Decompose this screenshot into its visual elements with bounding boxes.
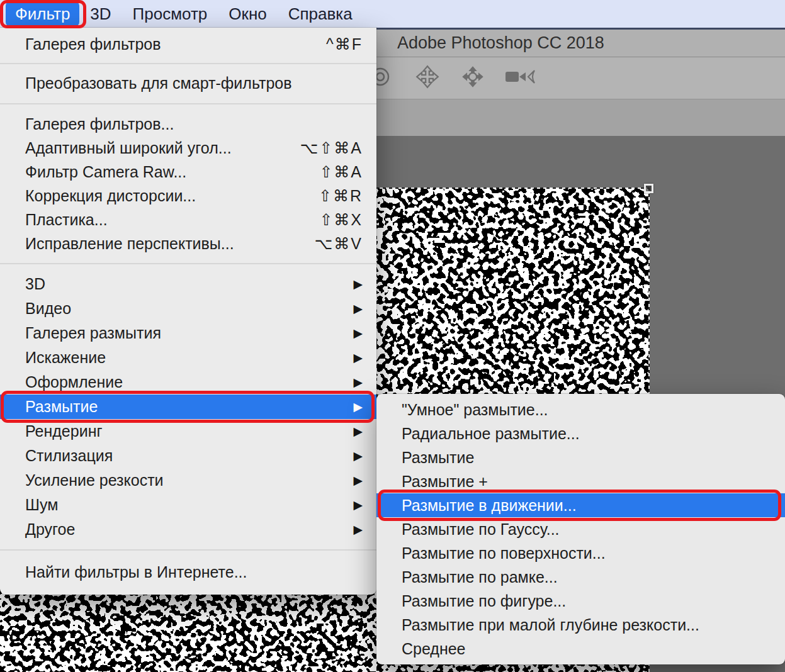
menubar-item-view[interactable]: Просмотр [122,0,218,28]
menubar-item-window[interactable]: Окно [218,0,277,28]
menu-item-shortcut: ⌥⌘V [315,235,363,253]
menu-item-label: Адаптивный широкий угол... [25,139,232,157]
submenu-item-gaussian-blur[interactable]: Размытие по Гауссу... [376,517,785,541]
submenu-item-label: Размытие при малой глубине резкости... [402,616,699,634]
menu-item-label: Пластика... [25,211,108,229]
menu-item-other[interactable]: Другое ▶ [0,517,376,542]
submenu-arrow-icon: ▶ [353,449,363,463]
submenu-item-smart-blur[interactable]: "Умное" размытие... [376,398,785,422]
menu-item-label: Найти фильтры в Интернете... [25,563,247,581]
selection-marching-ants-top [376,188,650,189]
submenu-arrow-icon: ▶ [353,522,363,537]
menu-item-label: Исправление перспективы... [25,235,234,253]
window-title-bar: Adobe Photoshop CC 2018 [376,28,785,57]
menu-item-distort[interactable]: Искажение ▶ [0,345,376,370]
menu-item-label: Видео [25,300,71,318]
menu-item-shortcut: ⇧⌘R [319,187,363,205]
menu-item-convert-smart-filters[interactable]: Преобразовать для смарт-фильтров [0,70,376,96]
submenu-item-shape-blur[interactable]: Размытие по фигуре... [376,589,785,613]
selection-corner-handle[interactable] [644,184,653,193]
menu-item-label: Оформление [25,373,123,391]
submenu-item-average[interactable]: Среднее [376,637,785,661]
submenu-arrow-icon: ▶ [353,375,363,389]
submenu-item-label: Размытие [402,449,474,467]
menu-item-sharpen[interactable]: Усиление резкости ▶ [0,468,376,493]
submenu-arrow-icon: ▶ [353,301,363,316]
menu-item-noise[interactable]: Шум ▶ [0,493,376,517]
menu-item-shortcut: ⌥⇧⌘A [300,139,363,157]
menu-item-label: Искажение [25,349,106,367]
menubar-item-filter[interactable]: Фильтр [6,1,79,26]
menu-item-shortcut: ⇧⌘X [319,211,363,229]
submenu-item-blur[interactable]: Размытие [376,445,785,469]
submenu-arrow-icon: ▶ [353,424,363,439]
menu-item-liquify[interactable]: Пластика... ⇧⌘X [0,208,376,232]
menu-item-stylize[interactable]: Стилизация ▶ [0,444,376,468]
submenu-item-label: Радиальное размытие... [402,425,580,443]
menu-item-label: Коррекция дисторсии... [25,187,196,205]
menu-item-label: Галерея фильтров [25,35,161,53]
blur-submenu: "Умное" размытие... Радиальное размытие.… [376,394,785,664]
menubar-item-help[interactable]: Справка [278,0,363,28]
menu-item-label: Другое [25,520,75,539]
menu-separator [0,63,376,64]
menu-item-lens-correction[interactable]: Коррекция дисторсии... ⇧⌘R [0,184,376,208]
submenu-arrow-icon: ▶ [353,400,363,414]
menu-item-vanishing-point[interactable]: Исправление перспективы... ⌥⌘V [0,232,376,255]
menu-item-label: Стилизация [25,447,113,465]
submenu-item-label: Размытие + [402,473,488,491]
window-title: Adobe Photoshop CC 2018 [376,33,604,53]
submenu-item-box-blur[interactable]: Размытие по рамке... [376,565,785,589]
menu-item-label: Галерея размытия [25,324,161,342]
menu-item-render[interactable]: Рендеринг ▶ [0,419,376,444]
menu-bar: Фильтр 3D Просмотр Окно Справка [0,0,785,28]
document-tab-bar [376,99,785,136]
submenu-item-lens-blur[interactable]: Размытие при малой глубине резкости... [376,613,785,637]
submenu-item-blur-more[interactable]: Размытие + [376,469,785,493]
video-camera-icon[interactable] [505,68,538,88]
menu-separator [0,263,376,264]
menu-item-camera-raw[interactable]: Фильтр Camera Raw... ⇧⌘A [0,160,376,184]
pan-arrows-icon[interactable] [461,65,485,91]
submenu-arrow-icon: ▶ [353,326,363,340]
submenu-arrow-icon: ▶ [353,473,363,488]
menu-item-label: Рендеринг [25,422,103,440]
submenu-item-surface-blur[interactable]: Размытие по поверхности... [376,541,785,565]
menu-separator [0,549,376,551]
filter-dropdown-menu: Галерея фильтров ^⌘F Преобразовать для с… [0,28,376,595]
menu-separator [0,103,376,104]
submenu-item-motion-blur[interactable]: Размытие в движении... [376,493,785,517]
submenu-item-radial-blur[interactable]: Радиальное размытие... [376,422,785,445]
menu-item-label: 3D [25,275,45,293]
menu-item-filter-gallery[interactable]: Галерея фильтров ^⌘F [0,31,376,57]
submenu-item-label: Размытие по рамке... [402,568,558,586]
menu-item-label: Преобразовать для смарт-фильтров [25,74,292,92]
submenu-item-label: Размытие по Гауссу... [402,520,560,539]
menu-item-label: Фильтр Camera Raw... [25,163,186,181]
submenu-item-label: "Умное" размытие... [402,401,548,419]
menu-item-shortcut: ^⌘F [326,35,363,53]
options-toolbar [376,57,785,99]
submenu-arrow-icon: ▶ [353,277,363,291]
submenu-arrow-icon: ▶ [353,498,363,512]
move-tool-icon[interactable] [415,65,439,91]
submenu-item-label: Среднее [402,640,466,658]
submenu-arrow-icon: ▶ [353,350,363,365]
menubar-item-3d[interactable]: 3D [79,0,121,28]
menu-item-video[interactable]: Видео ▶ [0,296,376,321]
submenu-item-label: Размытие в движении... [402,496,577,515]
menu-item-3d[interactable]: 3D ▶ [0,272,376,296]
menu-item-blur-gallery[interactable]: Галерея размытия ▶ [0,321,376,345]
menu-item-label: Шум [25,496,58,514]
menu-item-pixelate[interactable]: Оформление ▶ [0,370,376,395]
menu-item-find-filters-online[interactable]: Найти фильтры в Интернете... [0,558,376,586]
submenu-item-label: Размытие по поверхности... [402,544,606,563]
menu-item-shortcut: ⇧⌘A [319,163,363,181]
menu-item-label: Размытие [25,398,98,416]
submenu-item-label: Размытие по фигуре... [402,592,566,610]
menu-item-label: Галерея фильтров... [25,115,174,133]
menu-item-adaptive-wide-angle[interactable]: Адаптивный широкий угол... ⌥⇧⌘A [0,136,376,160]
menu-item-blur[interactable]: Размытие ▶ [0,395,376,419]
menu-item-filter-gallery-dialog[interactable]: Галерея фильтров... [0,112,376,136]
menu-item-label: Усиление резкости [25,471,164,490]
